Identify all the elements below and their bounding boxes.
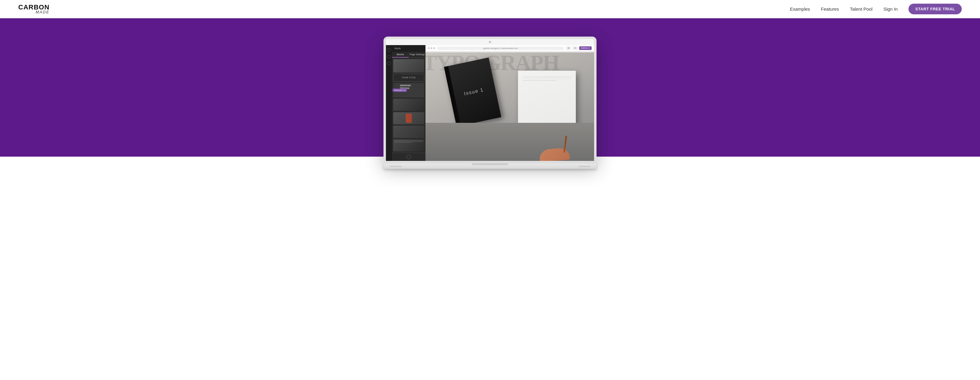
project-tag: PROJECTS [393,88,407,92]
laptop-hinge [472,163,508,165]
sidebar-work-label: Work [395,47,401,50]
browser-bar: graphic-designer-2.carbonmade.com ⊕ ⊡ Ed… [425,45,594,51]
preview-image: TYPO GRAPH Issue 1 [425,53,594,161]
nav-links: Examples Features Talent Pool Sign In ST… [790,4,962,14]
nav-examples[interactable]: Examples [790,6,810,11]
start-free-trial-button[interactable]: START FREE TRIAL [908,4,962,14]
screen-content: Work Blocks Page Settings [386,45,594,161]
rail-icon-3[interactable] [387,62,391,65]
browser-url: graphic-designer-2.carbonmade.com [437,46,564,50]
sidebar-items-list: YOUR TITLE PROJECTS GRAPHICDESIGN [392,58,425,153]
sidebar-item-thumb-2[interactable] [393,112,424,125]
tab-blocks[interactable]: Blocks [392,52,409,57]
your-title-label: YOUR TITLE [402,77,416,78]
laptop-base [383,163,597,169]
laptop-foot-left [390,166,402,167]
sidebar-item-your-title[interactable]: YOUR TITLE [393,74,424,81]
sidebar-footer [392,153,425,161]
browser-actions: ⊕ ⊡ Edit/Go ▾ [566,46,592,50]
sidebar-item-thumb-1[interactable] [393,99,424,111]
browser-btn-2[interactable]: ⊡ [573,46,578,50]
hero-section: Work Blocks Page Settings [0,18,980,156]
sidebar-top-bar: Work [392,45,425,52]
browser-dot-2 [431,47,433,49]
sidebar-tabs[interactable]: Blocks Page Settings [392,52,425,58]
logo-carbon: CARBON made [18,4,49,14]
sidebar-item-thumb-3[interactable] [393,126,424,138]
tab-page-settings[interactable]: Page Settings [409,52,425,57]
main-preview-area: graphic-designer-2.carbonmade.com ⊕ ⊡ Ed… [425,45,594,161]
nav-talent-pool[interactable]: Talent Pool [850,6,873,11]
browser-btn-edit[interactable]: Edit/Go ▾ [579,46,592,50]
icon-rail [386,45,392,161]
sidebar-settings-icon[interactable] [407,155,411,159]
hand-pencil [539,149,570,161]
sidebar-item-map[interactable] [393,59,424,72]
editor-panel: Work Blocks Page Settings [386,45,425,161]
sidebar-item-thumb-4[interactable] [393,139,424,152]
laptop-foot-right [578,166,590,167]
rail-icon-2[interactable] [387,55,391,59]
laptop-screen: Work Blocks Page Settings [383,37,597,163]
browser-dots [428,47,435,49]
sidebar-item-graphic-design[interactable]: PROJECTS GRAPHICDESIGN [393,83,424,97]
nav-sign-in[interactable]: Sign In [883,6,898,11]
nav-features[interactable]: Features [821,6,839,11]
editor-sidebar: Work Blocks Page Settings [392,45,425,161]
browser-btn-1[interactable]: ⊕ [566,46,571,50]
rail-icon-1[interactable] [387,48,391,52]
logo[interactable]: CARBON made [18,4,49,14]
magazine-issue-label: Issue 1 [463,86,485,97]
laptop-mockup: Work Blocks Page Settings [383,37,597,169]
laptop-camera [489,41,491,43]
browser-dot-3 [433,47,435,49]
browser-dot-1 [428,47,430,49]
laptop-feet [383,166,597,167]
navbar: CARBON made Examples Features Talent Poo… [0,0,980,18]
